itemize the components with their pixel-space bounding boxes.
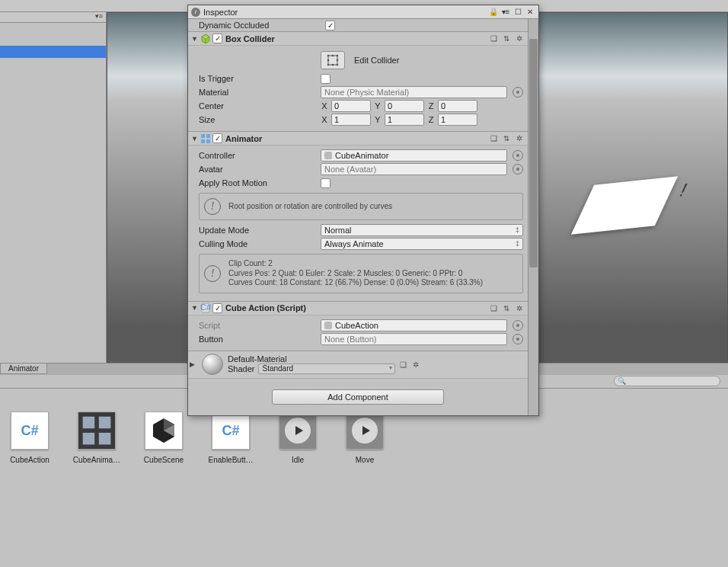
animator-header[interactable]: ▼ ✓ Animator ❏ ⇅ ✲ [188, 132, 528, 146]
gear-icon[interactable]: ✲ [514, 133, 525, 144]
close-icon[interactable]: ✕ [525, 7, 535, 18]
box-collider-enable-checkbox[interactable]: ✓ [212, 34, 222, 43]
object-picker-icon[interactable] [512, 87, 523, 98]
asset-thumb: C# [11, 412, 49, 450]
help-icon[interactable]: ❏ [398, 359, 408, 370]
axis-x-label: X [321, 101, 328, 111]
foldout-icon[interactable]: ▼ [191, 135, 199, 143]
preset-icon[interactable]: ⇅ [501, 133, 512, 144]
center-z-input[interactable] [438, 100, 477, 112]
object-picker-icon[interactable] [512, 164, 523, 175]
animator-component: ▼ ✓ Animator ❏ ⇅ ✲ Controller CubeAnimat… [188, 131, 528, 301]
shader-dropdown[interactable]: Standard [258, 364, 395, 374]
script-icon: C# [200, 303, 211, 313]
animator-title: Animator [225, 134, 262, 143]
cube-action-header[interactable]: ▼ C# ✓ Cube Action (Script) ❏ ⇅ ✲ [188, 302, 528, 316]
maximize-icon[interactable]: ☐ [512, 7, 523, 18]
is-trigger-label: Is Trigger [199, 74, 321, 83]
controller-field[interactable]: CubeAnimator [321, 149, 507, 162]
dynamic-occluded-label: Dynamic Occluded [199, 21, 321, 30]
box-collider-component: ▼ ✓ Box Collider ❏ ⇅ ✲ [188, 31, 528, 131]
preset-icon[interactable]: ⇅ [501, 34, 512, 44]
apply-root-motion-checkbox[interactable] [321, 178, 330, 188]
info-icon: ! [204, 198, 221, 215]
center-x-input[interactable] [331, 100, 371, 112]
svg-rect-3 [99, 433, 111, 445]
gear-icon[interactable]: ✲ [410, 359, 421, 370]
update-mode-dropdown[interactable]: Normal [321, 224, 523, 236]
help-icon[interactable]: ❏ [488, 133, 499, 144]
culling-mode-dropdown[interactable]: Always Animate [321, 238, 523, 250]
size-z-input[interactable] [438, 114, 477, 126]
add-component-button[interactable]: Add Component [272, 389, 444, 405]
project-search-input[interactable]: 🔍 [614, 376, 720, 386]
svg-rect-2 [83, 433, 95, 445]
size-x-input[interactable] [331, 114, 371, 126]
gear-icon[interactable]: ✲ [514, 303, 525, 313]
object-picker-icon[interactable] [512, 320, 523, 331]
foldout-icon[interactable]: ▶ [190, 360, 197, 368]
asset-label: CubeScene [139, 456, 189, 464]
asset-item[interactable]: C#EnableButt… [206, 412, 256, 464]
asset-thumb [346, 412, 384, 450]
inspector-titlebar[interactable]: i Inspector 🔒 ▾≡ ☐ ✕ [188, 5, 538, 19]
asset-item[interactable]: C#CubeAction [5, 412, 55, 464]
preset-icon[interactable]: ⇅ [501, 303, 512, 313]
foldout-icon[interactable]: ▼ [191, 35, 199, 43]
svg-point-8 [327, 55, 330, 57]
info-icon: i [191, 8, 200, 17]
svg-rect-1 [99, 417, 111, 429]
asset-thumb: C# [212, 412, 250, 450]
update-mode-label: Update Mode [199, 226, 321, 235]
edit-collider-button[interactable] [321, 51, 345, 69]
root-motion-info-text: Root position or rotation are controlled… [228, 202, 392, 212]
asset-label: CubeAction [5, 456, 55, 464]
material-preview-sphere [202, 354, 223, 375]
svg-text:C#: C# [200, 303, 211, 312]
object-picker-icon[interactable] [512, 150, 523, 161]
size-y-input[interactable] [385, 114, 424, 126]
center-label: Center [199, 101, 321, 111]
is-trigger-checkbox[interactable] [321, 74, 330, 84]
scrollbar-thumb[interactable] [529, 39, 538, 267]
cube-action-component: ▼ C# ✓ Cube Action (Script) ❏ ⇅ ✲ Script… [188, 301, 528, 351]
help-icon[interactable]: ❏ [488, 34, 499, 44]
hierarchy-tab[interactable]: ▾≡ [0, 12, 106, 23]
box-collider-icon [200, 34, 211, 44]
panel-options-icon[interactable]: ▾≡ [95, 12, 103, 20]
help-icon[interactable]: ❏ [488, 303, 499, 313]
gear-icon[interactable]: ✲ [514, 34, 525, 44]
asset-thumb [145, 412, 183, 450]
hierarchy-selected-row[interactable] [0, 46, 106, 58]
asset-thumb [78, 412, 116, 450]
root-motion-info: ! Root position or rotation are controll… [199, 193, 523, 220]
asset-label: EnableButt… [206, 456, 256, 464]
foldout-icon[interactable]: ▼ [191, 304, 199, 312]
dynamic-occluded-checkbox[interactable]: ✓ [325, 21, 335, 30]
material-header[interactable]: ▶ Default-Material Shader Standard ❏ ✲ [188, 351, 528, 378]
avatar-field[interactable]: None (Avatar) [321, 163, 507, 175]
inspector-scrollbar[interactable] [528, 19, 538, 415]
asset-item[interactable]: CubeAnima… [72, 412, 122, 464]
hierarchy-panel: ▾≡ [0, 12, 107, 363]
asset-item[interactable]: CubeScene [139, 412, 189, 464]
lock-icon[interactable]: 🔒 [488, 7, 499, 18]
animator-tab[interactable]: Animator [0, 364, 47, 374]
object-picker-icon[interactable] [512, 334, 523, 344]
center-y-input[interactable] [385, 100, 424, 112]
svg-rect-17 [206, 134, 210, 138]
button-ref-field[interactable]: None (Button) [321, 333, 507, 345]
svg-point-9 [337, 55, 339, 57]
asset-label: Idle [273, 456, 323, 464]
animator-icon [200, 133, 211, 144]
options-icon[interactable]: ▾≡ [500, 7, 511, 18]
physic-material-field[interactable]: None (Physic Material) [321, 86, 507, 98]
animator-enable-checkbox[interactable]: ✓ [212, 133, 222, 143]
svg-rect-19 [206, 139, 210, 143]
cube-action-enable-checkbox[interactable]: ✓ [212, 303, 222, 313]
asset-item[interactable]: Move [340, 412, 390, 464]
asset-item[interactable]: Idle [273, 412, 323, 464]
axis-y-label: Y [374, 101, 382, 111]
box-collider-header[interactable]: ▼ ✓ Box Collider ❏ ⇅ ✲ [188, 32, 528, 46]
svg-point-11 [337, 64, 339, 66]
